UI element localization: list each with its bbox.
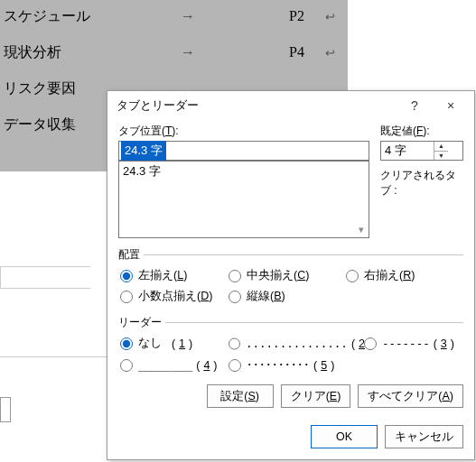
ok-button[interactable]: OK [311,425,378,448]
close-button[interactable]: × [433,92,469,119]
tab-arrow: → [181,8,289,24]
leader-dots-radio[interactable]: ...............(2) [229,336,364,351]
align-right-radio[interactable]: 右揃え(R) [346,268,462,283]
doc-text: 現状分析 [0,43,181,62]
help-icon: ? [411,98,418,113]
leader-none-radio[interactable]: なし (1) [120,336,229,351]
clear-all-button[interactable]: すべてクリア(A) [358,384,463,408]
tabs-dialog: タブとリーダー ? × タブ位置(T): 24.3 字 24.3 字 ▾ 既定値… [107,90,475,460]
doc-line: スケジュール → P2 ↩ [0,7,348,43]
doc-page: P2 [289,8,325,24]
leader-legend: リーダー [118,315,165,330]
list-item[interactable]: 24.3 字 [123,163,365,180]
tab-position-label: タブ位置(T): [118,124,369,139]
set-button[interactable]: 設定(S) [207,384,274,408]
leader-dashes-radio[interactable]: -------(3) [364,336,462,351]
para-mark: ↩ [325,10,335,24]
clear-button[interactable]: クリア(E) [281,384,351,408]
doc-text: スケジュール [0,7,181,26]
ribbon-fragment [0,356,107,379]
alignment-group: 配置 左揃え(L) 中央揃え(C) 右揃え(R) 小数点揃え(D) 縦線(B) [118,247,463,306]
cleared-tabs-label: クリアされるタブ : [380,168,463,199]
titlebar: タブとリーダー ? × [107,91,474,120]
default-label: 既定値(F): [380,124,463,139]
align-left-radio[interactable]: 左揃え(L) [120,268,229,283]
close-icon: × [447,98,454,113]
ribbon-fragment [0,397,11,422]
align-center-radio[interactable]: 中央揃え(C) [229,268,346,283]
doc-page: P4 [289,44,325,60]
leader-underline-radio[interactable]: ________(4) [120,358,229,372]
alignment-legend: 配置 [118,247,144,263]
leader-group: リーダー なし (1) ...............(2) -------(3… [118,315,463,374]
doc-line: 現状分析 → P4 ↩ [0,43,348,79]
scroll-down-icon[interactable]: ▾ [354,223,368,236]
align-decimal-radio[interactable]: 小数点揃え(D) [120,289,229,304]
help-button[interactable]: ? [397,92,433,119]
para-mark: ↩ [325,46,335,60]
tab-position-list[interactable]: 24.3 字 ▾ [118,161,369,238]
align-bar-radio[interactable]: 縦線(B) [229,289,346,304]
spin-up-icon[interactable]: ▲ [434,142,448,152]
tab-arrow: → [181,44,289,60]
ribbon-fragment [0,266,90,289]
default-tab-spinner[interactable]: ▲ ▼ [380,141,463,161]
spin-down-icon[interactable]: ▼ [434,152,448,161]
cancel-button[interactable]: キャンセル [385,425,463,448]
default-tab-value[interactable] [381,142,434,160]
tab-position-input[interactable]: 24.3 字 [118,141,369,161]
tab-position-value: 24.3 字 [121,141,166,161]
dialog-title: タブとリーダー [117,97,397,114]
leader-middot-radio[interactable]: ･･････････(5) [229,358,364,372]
